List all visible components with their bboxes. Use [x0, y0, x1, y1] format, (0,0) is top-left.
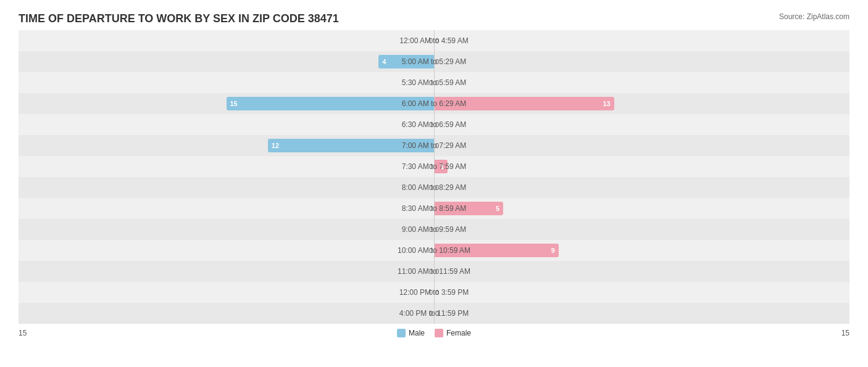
bar-male-zero: 0 [429, 268, 433, 275]
table-row: 0012:00 AM to 4:59 AM [19, 30, 849, 51]
bar-male-zero: 0 [429, 121, 433, 128]
bar-male-zero: 0 [429, 310, 433, 317]
bar-female: 9 [434, 244, 559, 257]
bar-female: 5 [434, 202, 503, 215]
table-row: 405:00 AM to 5:29 AM [19, 51, 849, 72]
bar-male-zero: 0 [429, 163, 433, 170]
row-right: 9 [434, 240, 849, 261]
chart-source: Source: ZipAtlas.com [779, 12, 849, 21]
bar-female: 1 [434, 160, 448, 173]
legend-female-box [435, 329, 443, 337]
bar-male: 15 [227, 97, 435, 110]
table-row: 0012:00 PM to 3:59 PM [19, 282, 849, 303]
chart-rows: 0012:00 AM to 4:59 AM405:00 AM to 5:29 A… [19, 30, 849, 324]
legend-male-box [397, 329, 406, 337]
row-right: 13 [434, 93, 849, 114]
bar-female-zero: 0 [435, 268, 439, 275]
row-left: 0 [19, 303, 434, 324]
bar-female-zero: 0 [435, 58, 439, 65]
row-right: 0 [434, 135, 849, 156]
row-left: 0 [19, 240, 434, 261]
row-left: 0 [19, 30, 434, 51]
bar-female-zero: 0 [435, 310, 439, 317]
table-row: 0011:00 AM to 11:59 AM [19, 261, 849, 282]
bar-female-zero: 0 [435, 226, 439, 233]
bar-male-zero: 0 [429, 79, 433, 86]
table-row: 058:30 AM to 8:59 AM [19, 198, 849, 219]
chart-footer: 15 Male Female 15 [19, 329, 849, 337]
bar-male-zero: 0 [429, 184, 433, 191]
axis-label-right: 15 [841, 329, 849, 337]
table-row: 009:00 AM to 9:59 AM [19, 219, 849, 240]
row-left: 0 [19, 198, 434, 219]
row-left: 15 [19, 93, 434, 114]
table-row: 006:30 AM to 6:59 AM [19, 114, 849, 135]
legend-male: Male [397, 329, 425, 337]
row-left: 0 [19, 261, 434, 282]
row-left: 0 [19, 177, 434, 198]
table-row: 005:30 AM to 5:59 AM [19, 72, 849, 93]
bar-male-zero: 0 [429, 226, 433, 233]
bar-female: 13 [434, 97, 614, 110]
bar-female-zero: 0 [435, 79, 439, 86]
bar-male-zero: 0 [429, 289, 433, 296]
row-right: 0 [434, 51, 849, 72]
axis-label-left: 15 [19, 329, 27, 337]
bar-male-value: 4 [382, 58, 386, 65]
bar-male-zero: 0 [429, 205, 433, 212]
bar-male-value: 15 [230, 100, 238, 107]
row-left: 0 [19, 156, 434, 177]
bar-female-value: 5 [496, 205, 499, 212]
row-right: 1 [434, 156, 849, 177]
table-row: 15136:00 AM to 6:29 AM [19, 93, 849, 114]
bar-female-zero: 0 [435, 121, 439, 128]
row-right: 0 [434, 303, 849, 324]
legend-male-label: Male [409, 329, 425, 337]
bar-female-zero: 0 [435, 142, 439, 149]
bar-male: 4 [378, 55, 434, 68]
table-row: 008:00 AM to 8:29 AM [19, 177, 849, 198]
row-right: 0 [434, 72, 849, 93]
bar-female-value: 9 [551, 247, 555, 254]
legend-female-label: Female [446, 329, 471, 337]
row-left: 0 [19, 114, 434, 135]
chart-container: TIME OF DEPARTURE TO WORK BY SEX IN ZIP … [19, 12, 849, 337]
row-right: 0 [434, 114, 849, 135]
table-row: 0910:00 AM to 10:59 AM [19, 240, 849, 261]
row-right: 0 [434, 177, 849, 198]
legend-female: Female [435, 329, 471, 337]
bar-female-zero: 0 [435, 37, 439, 44]
legend: Male Female [397, 329, 471, 337]
table-row: 017:30 AM to 7:59 AM [19, 156, 849, 177]
row-right: 0 [434, 30, 849, 51]
row-left: 0 [19, 282, 434, 303]
row-right: 0 [434, 219, 849, 240]
table-row: 004:00 PM to 11:59 PM [19, 303, 849, 324]
bar-male-zero: 0 [429, 247, 433, 254]
bar-male: 12 [268, 139, 434, 152]
row-left: 0 [19, 219, 434, 240]
bar-female-value: 1 [440, 163, 444, 170]
chart-title: TIME OF DEPARTURE TO WORK BY SEX IN ZIP … [19, 12, 849, 25]
row-left: 4 [19, 51, 434, 72]
row-left: 0 [19, 72, 434, 93]
row-left: 12 [19, 135, 434, 156]
bar-female-value: 13 [603, 100, 610, 107]
row-right: 0 [434, 282, 849, 303]
table-row: 1207:00 AM to 7:29 AM [19, 135, 849, 156]
row-right: 5 [434, 198, 849, 219]
row-right: 0 [434, 261, 849, 282]
bar-male-value: 12 [272, 142, 279, 149]
bar-male-zero: 0 [429, 37, 433, 44]
bar-female-zero: 0 [435, 184, 439, 191]
bar-female-zero: 0 [435, 289, 439, 296]
